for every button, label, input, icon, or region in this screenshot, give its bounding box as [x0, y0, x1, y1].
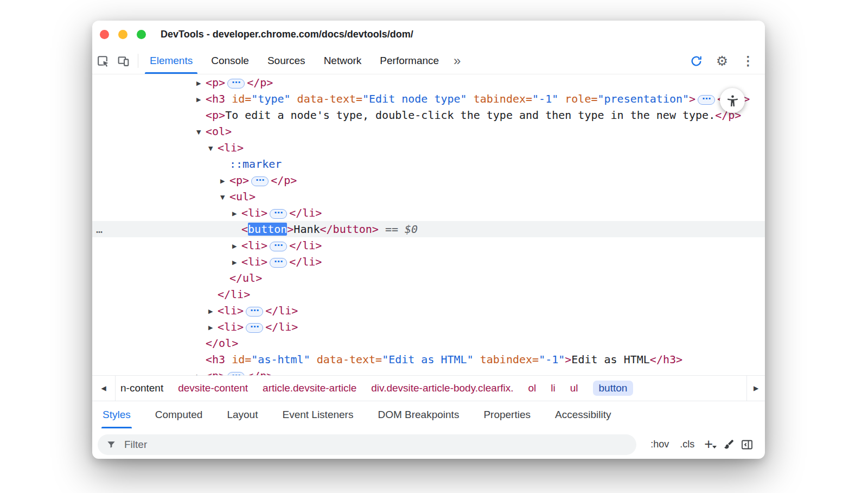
tree-row[interactable]: ▶<li>⋯</li> — [92, 205, 765, 221]
tab-dom-breakpoints[interactable]: DOM Breakpoints — [378, 401, 459, 428]
breadcrumb-item[interactable]: div.devsite-article-body.clearfix. — [371, 382, 513, 394]
ellipsis-pill[interactable]: ⋯ — [270, 258, 287, 268]
disclosure-arrow-icon[interactable]: ▶ — [196, 92, 206, 108]
kebab-menu-icon[interactable]: ⋮ — [738, 55, 758, 67]
tab-console[interactable]: Console — [202, 48, 258, 74]
breadcrumb-item[interactable]: n-content — [120, 382, 163, 394]
code-token: "as-html" — [251, 353, 310, 366]
tree-row[interactable]: ▶<p>⋯</p> — [92, 368, 765, 375]
tree-row[interactable]: ▶<li>⋯</li> — [92, 302, 765, 319]
breadcrumb-item[interactable]: ol — [528, 382, 537, 394]
tab-styles[interactable]: Styles — [103, 401, 131, 428]
filter-input[interactable] — [123, 438, 628, 451]
breadcrumb-item[interactable]: li — [551, 382, 555, 394]
code-token: > — [565, 353, 571, 366]
filter-input-container[interactable] — [98, 434, 636, 455]
breadcrumb-item-selected[interactable]: button — [593, 381, 634, 396]
code-token: <li> — [241, 255, 267, 268]
code-token: $0 — [405, 223, 418, 236]
refresh-icon[interactable] — [686, 54, 706, 68]
tree-row[interactable]: ▼<ol> — [92, 123, 765, 140]
disclosure-arrow-icon[interactable]: ▶ — [220, 173, 229, 189]
toggle-element-state-button[interactable]: :hov — [650, 439, 669, 450]
code-token: tabindex= — [467, 92, 532, 105]
new-style-rule-button[interactable]: + — [704, 437, 713, 452]
tree-row[interactable]: <p>To edit a node's type, double-click t… — [92, 107, 765, 123]
disclosure-arrow-icon[interactable]: ▶ — [232, 206, 241, 222]
breadcrumb-scroll-left-button[interactable]: ◀ — [92, 376, 116, 401]
code-token: "-1" — [539, 353, 565, 366]
device-toolbar-icon[interactable] — [113, 48, 133, 74]
tree-row[interactable]: ▶<p>⋯</p> — [92, 74, 765, 91]
tree-row[interactable]: </ul> — [92, 270, 765, 286]
code-token: </p> — [271, 174, 297, 187]
tree-row[interactable]: </ol> — [92, 335, 765, 351]
paint-brush-icon[interactable] — [719, 438, 738, 451]
disclosure-arrow-icon[interactable]: ▼ — [208, 141, 218, 157]
tree-row[interactable]: ▶<li>⋯</li> — [92, 319, 765, 335]
breadcrumb-scroll-right-button[interactable]: ▶ — [746, 376, 765, 401]
ellipsis-pill[interactable]: ⋯ — [227, 79, 245, 89]
tab-event-listeners[interactable]: Event Listeners — [282, 401, 353, 428]
ellipsis-pill[interactable]: ⋯ — [251, 176, 269, 186]
close-button[interactable] — [100, 30, 109, 39]
breadcrumb-item[interactable]: article.devsite-article — [263, 382, 356, 394]
accessibility-icon[interactable] — [720, 88, 745, 113]
tree-row[interactable]: ▶<p>⋯</p> — [92, 172, 765, 188]
disclosure-arrow-icon[interactable]: ▶ — [196, 369, 206, 375]
ellipsis-pill[interactable]: ⋯ — [246, 323, 263, 333]
code-token: <p> — [206, 109, 225, 122]
disclosure-arrow-icon[interactable]: ▶ — [232, 238, 241, 255]
disclosure-arrow-icon[interactable]: ▶ — [208, 304, 218, 320]
code-token: > — [287, 223, 293, 236]
ellipsis-pill[interactable]: ⋯ — [246, 307, 263, 317]
more-tabs-icon[interactable]: » — [448, 48, 466, 74]
settings-gear-icon[interactable]: ⚙ — [712, 54, 732, 68]
code-token: id= — [225, 92, 251, 105]
inspect-element-icon[interactable] — [92, 48, 113, 74]
tree-row[interactable]: ▶<li>⋯</li> — [92, 237, 765, 254]
tree-row[interactable]: ▶<h3 id="type" data-text="Edit node type… — [92, 91, 765, 107]
tab-performance[interactable]: Performance — [371, 48, 448, 74]
disclosure-arrow-icon[interactable]: ▶ — [196, 75, 206, 92]
ellipsis-pill[interactable]: ⋯ — [698, 95, 715, 105]
tree-row[interactable]: ▼<ul> — [92, 188, 765, 205]
toolbar-right-icons: ⚙ ⋮ — [686, 48, 765, 74]
tab-accessibility[interactable]: Accessibility — [555, 401, 611, 428]
ellipsis-pill[interactable]: ⋯ — [270, 242, 287, 251]
disclosure-arrow-icon[interactable]: ▶ — [232, 255, 241, 271]
ellipsis-pill[interactable]: ⋯ — [227, 372, 245, 375]
code-token: </p> — [247, 76, 273, 89]
tree-row[interactable]: </li> — [92, 286, 765, 302]
minimize-button[interactable] — [118, 30, 127, 39]
code-token: </p> — [247, 369, 273, 375]
breadcrumb-item[interactable]: devsite-content — [178, 382, 248, 394]
code-token: Edit as HTML — [571, 353, 650, 366]
code-token: </li> — [289, 255, 322, 268]
tree-row[interactable]: ::marker — [92, 156, 765, 172]
tab-properties[interactable]: Properties — [483, 401, 531, 428]
tab-sources[interactable]: Sources — [258, 48, 315, 74]
dom-tree: ▶<p>⋯</p>▶<h3 id="type" data-text="Edit … — [92, 74, 765, 375]
disclosure-arrow-icon[interactable]: ▶ — [208, 320, 218, 336]
tab-elements[interactable]: Elements — [141, 48, 202, 74]
toggle-sidebar-icon[interactable] — [738, 438, 756, 451]
tree-row[interactable]: <h3 id="as-html" data-text="Edit as HTML… — [92, 351, 765, 368]
tab-layout[interactable]: Layout — [227, 401, 258, 428]
tree-row[interactable]: ▶<li>⋯</li> — [92, 254, 765, 270]
ellipsis-pill[interactable]: ⋯ — [270, 209, 287, 219]
disclosure-arrow-icon[interactable]: ▼ — [220, 189, 229, 206]
code-token: role= — [558, 92, 597, 105]
tab-network[interactable]: Network — [315, 48, 371, 74]
tree-row[interactable]: …<button>Hank</button> == $0 — [92, 221, 765, 237]
tab-computed[interactable]: Computed — [155, 401, 203, 428]
element-classes-button[interactable]: .cls — [680, 439, 694, 450]
code-token: button — [248, 223, 287, 236]
devtools-window: DevTools - developer.chrome.com/docs/dev… — [92, 21, 765, 459]
zoom-button[interactable] — [137, 30, 146, 39]
breadcrumb-item[interactable]: ul — [570, 382, 578, 394]
tree-row[interactable]: ▼<li> — [92, 140, 765, 156]
disclosure-arrow-icon[interactable]: ▼ — [196, 124, 206, 141]
code-token: </h3> — [650, 353, 682, 366]
row-menu-icon[interactable]: … — [96, 221, 103, 237]
